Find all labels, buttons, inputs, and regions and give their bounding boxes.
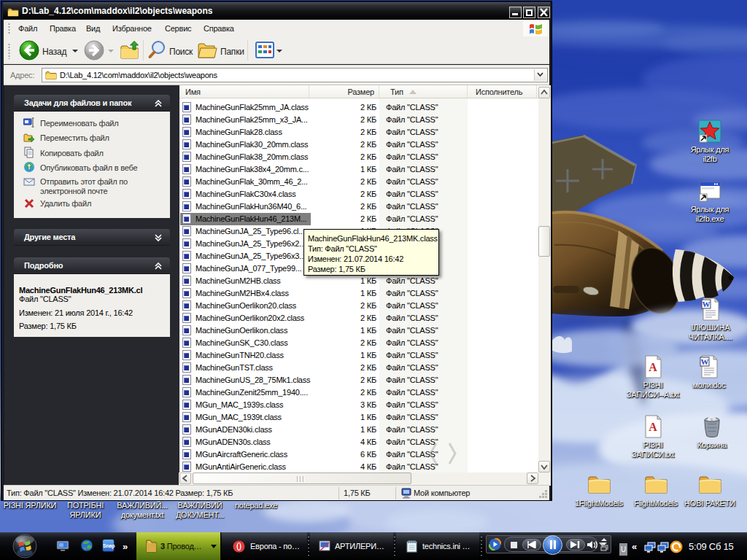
svg-text:W: W [703,300,711,308]
svg-text:A: A [649,421,657,433]
svg-text:W: W [701,357,709,366]
svg-text:A: A [649,361,657,373]
